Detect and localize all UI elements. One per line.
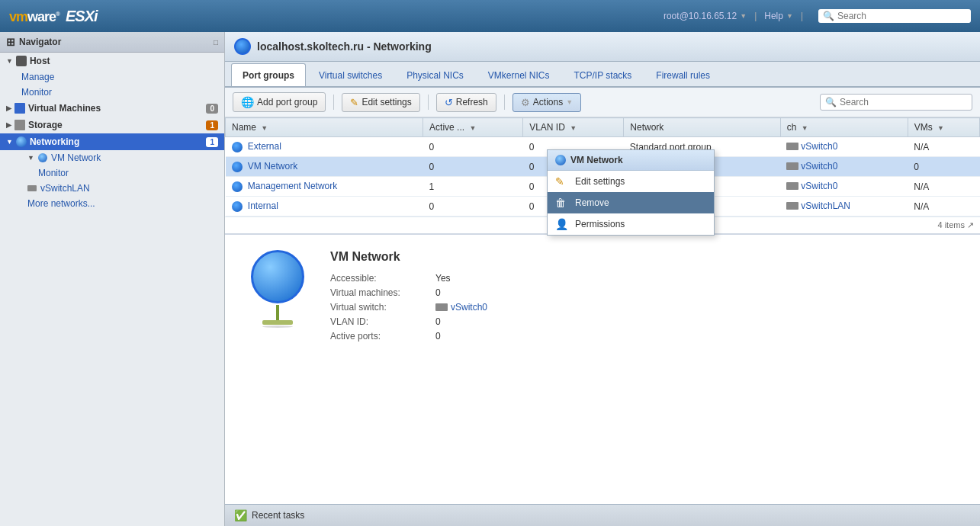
col-active[interactable]: Active ... ▼ [423, 118, 523, 137]
edit-menu-icon: ✎ [555, 175, 569, 188]
cell-active: 0 [423, 157, 523, 177]
topbar: vmware® ESXi root@10.16.65.12 ▼ | Help ▼… [0, 0, 980, 32]
sidebar-item-networking[interactable]: ▼ Networking 1 [0, 133, 224, 150]
edit-settings-label: Edit settings [361, 97, 411, 107]
refresh-button[interactable]: ↺ Refresh [436, 93, 496, 112]
sidebar-item-vm-network[interactable]: ▼ VM Network [0, 150, 224, 165]
networking-label: Networking [30, 136, 79, 147]
detail-row-ports: Active ports: 0 [330, 331, 962, 342]
vswitchlan-icon [27, 185, 37, 191]
tab-tcpip-stacks[interactable]: TCP/IP stacks [563, 64, 644, 86]
sidebar-item-more-networks[interactable]: More networks... [0, 196, 224, 211]
vswitch-detail-link[interactable]: vSwitch0 [435, 302, 487, 313]
tabs-bar: Port groups Virtual switches Physical NI… [225, 62, 980, 88]
switch-link[interactable]: vSwitch0 [801, 161, 837, 172]
cell-switch[interactable]: vSwitch0 [780, 177, 908, 197]
storage-badge: 1 [206, 120, 218, 130]
dropdown-item-remove[interactable]: 🗑 Remove [548, 192, 714, 213]
vswitch-detail-icon [435, 303, 448, 311]
sidebar-item-vswitchlan[interactable]: vSwitchLAN [0, 181, 224, 196]
toolbar-search-box[interactable]: 🔍 [820, 94, 972, 111]
row-name-link[interactable]: Internal [248, 200, 278, 211]
add-port-group-button[interactable]: 🌐 Add port group [233, 92, 326, 112]
content-title: localhost.skoltech.ru - Networking [257, 40, 432, 53]
tab-firewall-rules[interactable]: Firewall rules [644, 64, 721, 86]
separator2: | [801, 11, 803, 21]
detail-title: VM Network [330, 250, 962, 264]
vlan-detail-value: 0 [435, 316, 441, 327]
sidebar-item-storage[interactable]: ▶ Storage 1 [0, 117, 224, 133]
row-name-link[interactable]: Management Network [248, 181, 337, 191]
user-dropdown-icon: ▼ [740, 12, 747, 20]
storage-collapse-icon: ▶ [6, 121, 11, 129]
col-name[interactable]: Name ▼ [226, 118, 423, 137]
toolbar-search-input[interactable] [840, 97, 967, 107]
dropdown-header: VM Network [548, 150, 714, 171]
cell-name[interactable]: Internal [226, 197, 423, 216]
switch-link[interactable]: vSwitchLAN [801, 200, 850, 211]
recent-tasks-bar[interactable]: ✅ Recent tasks [225, 504, 980, 526]
add-port-group-label: Add port group [257, 97, 317, 107]
navigator-title: Navigator [19, 37, 61, 47]
toolbar-separator2 [428, 95, 429, 110]
remove-menu-icon: 🗑 [555, 197, 569, 209]
accessible-value: Yes [435, 273, 451, 284]
cell-name[interactable]: External [226, 137, 423, 157]
sidebar-item-vmnetwork-monitor[interactable]: Monitor [0, 165, 224, 181]
tab-vmkernel-nics[interactable]: VMkernel NICs [477, 64, 561, 86]
sidebar: ⊞ Navigator □ ▼ Host Manage Monitor ▶ Vi… [0, 32, 225, 526]
detail-row-vms: Virtual machines: 0 [330, 287, 962, 298]
row-name-link[interactable]: VM Network [248, 161, 297, 172]
switch-link[interactable]: vSwitch0 [801, 181, 837, 191]
actions-label: Actions [533, 97, 563, 107]
dropdown-item-permissions[interactable]: 👤 Permissions [548, 213, 714, 235]
col-switch[interactable]: ch ▼ [780, 118, 908, 137]
actions-button[interactable]: ⚙ Actions ▼ [512, 93, 581, 112]
vms-detail-value: 0 [435, 287, 441, 298]
minimize-button[interactable]: □ [214, 38, 218, 47]
help-button[interactable]: Help ▼ [764, 11, 793, 21]
sidebar-item-vms[interactable]: ▶ Virtual Machines 0 [0, 100, 224, 117]
detail-globe-icon [251, 250, 304, 303]
topbar-search-input[interactable] [837, 11, 966, 21]
sidebar-item-manage[interactable]: Manage [0, 69, 224, 85]
detail-stand [276, 305, 279, 320]
user-info[interactable]: root@10.16.65.12 ▼ [664, 11, 747, 21]
topbar-search-box[interactable]: 🔍 [818, 9, 971, 23]
vmnetwork-label: VM Network [51, 152, 101, 163]
vlan-detail-label: VLAN ID: [330, 316, 429, 327]
detail-shadow [262, 326, 293, 328]
storage-icon [14, 120, 25, 130]
sidebar-item-monitor[interactable]: Monitor [0, 85, 224, 100]
manage-label: Manage [21, 72, 54, 82]
cell-name[interactable]: Management Network [226, 177, 423, 197]
col-vlan[interactable]: VLAN ID ▼ [523, 118, 624, 137]
help-label: Help [764, 11, 783, 21]
toolbar: 🌐 Add port group ✎ Edit settings ↺ Refre… [225, 88, 980, 117]
navigator-header: ⊞ Navigator □ [0, 32, 224, 53]
cell-active: 0 [423, 137, 523, 157]
esxi-label: ESXi [66, 8, 98, 24]
tab-virtual-switches[interactable]: Virtual switches [307, 64, 394, 86]
cell-name[interactable]: VM Network [226, 157, 423, 177]
col-vms[interactable]: VMs ▼ [908, 118, 979, 137]
help-dropdown-icon: ▼ [786, 12, 793, 20]
sidebar-item-host[interactable]: ▼ Host [0, 53, 224, 69]
vms-label: Virtual Machines [28, 103, 101, 114]
tab-physical-nics[interactable]: Physical NICs [395, 64, 475, 86]
storage-label: Storage [28, 120, 63, 130]
tab-port-groups[interactable]: Port groups [231, 63, 306, 86]
dropdown-globe-icon [555, 155, 566, 165]
switch-link[interactable]: vSwitch0 [801, 141, 837, 152]
dropdown-item-edit-settings[interactable]: ✎ Edit settings [548, 171, 714, 192]
cell-switch[interactable]: vSwitch0 [780, 157, 908, 177]
toolbar-separator1 [333, 95, 334, 110]
cell-switch[interactable]: vSwitch0 [780, 137, 908, 157]
edit-settings-button[interactable]: ✎ Edit settings [342, 93, 419, 112]
row-name-link[interactable]: External [248, 141, 281, 152]
cell-switch[interactable]: vSwitchLAN [780, 197, 908, 216]
content-area: localhost.skoltech.ru - Networking Port … [225, 32, 980, 526]
switch-icon [786, 182, 798, 190]
pencil-toolbar-icon: ✎ [350, 97, 358, 108]
more-networks-label: More networks... [27, 198, 95, 209]
